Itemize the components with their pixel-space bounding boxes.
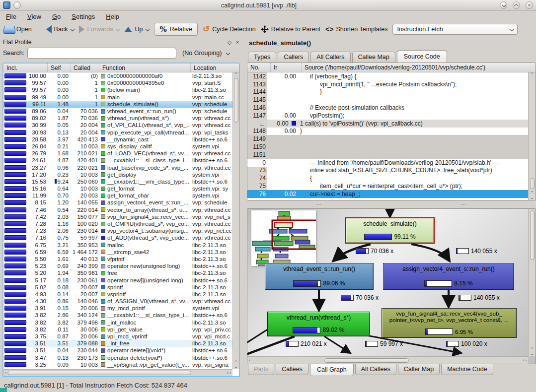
- grouping-combobox[interactable]: (No Grouping): [179, 49, 232, 58]
- scroll-left-icon[interactable]: ‹: [249, 358, 250, 363]
- graph-vscrollbar[interactable]: ⌃ ⌄: [528, 209, 536, 356]
- vscroll-thumb[interactable]: [234, 78, 238, 123]
- maximize-button[interactable]: [513, 1, 520, 9]
- table-row[interactable]: 3.470.13230 173operator delete(void*)lib…: [3, 354, 232, 361]
- tab-machine-code[interactable]: Machine Code: [441, 364, 493, 375]
- table-row[interactable]: 28.583.97420 413__dynamic_castlibstdc++.…: [3, 136, 232, 143]
- table-row[interactable]: 7.232.06230 014vvp_vector4_t::subarray(u…: [3, 227, 232, 234]
- forwards-button[interactable]: Forwards: [79, 25, 119, 33]
- flat-profile-hscrollbar[interactable]: ‹ ‹ ›: [3, 369, 232, 376]
- table-row[interactable]: 99.570.0010x00000000004395e0vvp: start.S: [3, 79, 232, 86]
- col-source[interactable]: Source ('/home/paulf/Downloads/verilog-2…: [301, 63, 536, 72]
- scroll-down-icon[interactable]: ⌄: [530, 196, 534, 200]
- table-row[interactable]: 5.230.69240 399operator new(unsigned lon…: [3, 262, 232, 269]
- table-row[interactable]: 4.930.1420 007vsprintflibc-2.11.3.so: [3, 291, 232, 298]
- dock-close-button[interactable]: ×: [233, 39, 241, 45]
- event-type-combobox[interactable]: Instruction Fetch: [392, 24, 518, 35]
- tab-callers[interactable]: Callers: [278, 52, 309, 63]
- forwards-dropdown-icon[interactable]: [116, 27, 120, 31]
- table-row[interactable]: 23.270.96220 021load_base(vvp_code_s*, v…: [3, 164, 232, 171]
- up-dropdown-icon[interactable]: [146, 27, 150, 31]
- source-line[interactable]: 760.02 cur->next = heap_;: [247, 190, 528, 198]
- close-button[interactable]: ×: [526, 1, 533, 9]
- table-row[interactable]: 24.614.87420 401__cxxabiv1::__si_class_t…: [3, 157, 232, 164]
- table-row[interactable]: 6.596.591 464 172__strcmp_sse42libc-2.11…: [3, 249, 232, 256]
- table-row[interactable]: 3.822.86340 124__cxxabiv1::__si_class_ty…: [3, 312, 232, 319]
- table-row[interactable]: 100.000.00(0)0x0000000000000af0ld-2.11.3…: [3, 72, 232, 79]
- tab-callees[interactable]: Callees: [276, 364, 308, 375]
- table-row[interactable]: 26.840.2110 003sys_display_calltfsystem.…: [3, 143, 232, 150]
- search-input[interactable]: [27, 48, 176, 59]
- graph-node-schedule-simulate[interactable]: schedule_simulate() 99.11 %: [345, 217, 435, 244]
- table-row[interactable]: 15.539.24250 060__cxxabiv1::__vmi_class_…: [3, 178, 232, 185]
- source-line[interactable]: 1145: [247, 96, 528, 104]
- source-scroll-thumb[interactable]: [530, 178, 535, 189]
- table-row[interactable]: 3.750.8720 006vpi_mcd_vprintfvvp: vpi_mc…: [3, 333, 232, 340]
- table-row[interactable]: 99.111.481schedule_simulate()vvp: schedu…: [3, 101, 232, 108]
- scroll-right-icon[interactable]: ›: [230, 371, 231, 375]
- col-incl[interactable]: Incl.: [3, 64, 47, 72]
- tab-types[interactable]: Types: [248, 52, 276, 63]
- table-row[interactable]: 3.910.1520 006my_mcd_printfsystem.vpi: [3, 305, 232, 312]
- table-row[interactable]: 17.200.2310 003get_displaysystem.vpi: [3, 171, 232, 178]
- col-function[interactable]: Function: [99, 64, 190, 72]
- detail-splitter[interactable]: ⋯ ⋯: [247, 200, 536, 208]
- scroll-left-icon[interactable]: ‹: [5, 371, 6, 375]
- table-row[interactable]: 7.460.54220 014vector_to_array(vthread_s…: [3, 206, 232, 213]
- tab-callee-map[interactable]: Callee Map: [352, 52, 395, 63]
- call-graph-canvas[interactable]: schedule_simulate() 99.11 % vthread_even…: [247, 209, 528, 356]
- table-row[interactable]: 6.753.21350 953malloclibc-2.11.3.so: [3, 242, 232, 249]
- table-row[interactable]: 5.020.0820 007sprintflibc-2.11.3.so: [3, 284, 232, 291]
- table-row[interactable]: 11.990.7020 003get_format_charsystem.vpi: [3, 192, 232, 199]
- source-line[interactable]: 74 {: [247, 174, 528, 182]
- source-line[interactable]: 11480.00}: [247, 128, 528, 135]
- table-row[interactable]: 99.570.001(below main)libc-2.11.3.so: [3, 86, 232, 93]
- tab-caller-map[interactable]: Caller Map: [398, 364, 440, 375]
- menu-go[interactable]: Go: [52, 13, 61, 20]
- source-vscrollbar[interactable]: ⌃ ⌃ ⌄: [528, 72, 536, 200]
- table-row[interactable]: 30.990.0520 004of_VPI_CALL(vthread_s*, v…: [3, 122, 232, 129]
- tab-all-callees[interactable]: All Callees: [355, 364, 396, 375]
- col-called[interactable]: Called: [70, 64, 99, 72]
- tab-source-code[interactable]: Source Code: [397, 51, 447, 63]
- source-line[interactable]: 1143 vpi_mcd_printf(1, " ...execute Post…: [247, 80, 528, 88]
- table-row[interactable]: 5.170.18230 061operator new[](unsigned l…: [3, 276, 232, 283]
- table-row[interactable]: 5.501.6140 013vfprintflibc-2.11.3.so: [3, 256, 232, 262]
- source-line[interactable]: 73 inline void slab_t<SLAB_SIZE,CHUNK_CO…: [247, 167, 528, 175]
- source-line[interactable]: 11470.00 vpiPostsim();: [247, 112, 528, 120]
- col-no[interactable]: No.: [247, 63, 270, 72]
- graph-node-vthread-event[interactable]: vthread_event_s::run_run() 89.06 %: [265, 263, 374, 290]
- source-line[interactable]: 75 item_cell_u*cur = reinterpret_cast<it…: [247, 182, 528, 190]
- relative-toggle-button[interactable]: % Relative: [154, 23, 197, 36]
- graph-hscrollbar[interactable]: ‹ ‹ ›: [247, 356, 528, 364]
- source-line[interactable]: 11420.00 if (verbose_flag) {: [247, 72, 528, 80]
- col-self[interactable]: Self: [47, 64, 70, 72]
- table-row[interactable]: 8.151.20140 055assign_vector4_event_s::r…: [3, 199, 232, 206]
- table-row[interactable]: 3.823.82379 498_int_malloclibc-2.11.3.so: [3, 319, 232, 326]
- table-row[interactable]: 3.513.51379 088_int_freelibc-2.11.3.so: [3, 340, 232, 347]
- table-row[interactable]: 5.201.94350 981freelibc-2.11.3.so: [3, 269, 232, 276]
- source-line[interactable]: 1150: [247, 143, 528, 151]
- back-button[interactable]: Back: [46, 25, 75, 33]
- graph-hscroll-thumb[interactable]: [324, 358, 409, 363]
- menu-settings[interactable]: Settings: [72, 13, 95, 20]
- tab-all-callers[interactable]: All Callers: [310, 52, 350, 63]
- source-line[interactable]: 0.00 1 call(s) to 'vpiPostsim()' (vvp: v…: [247, 120, 528, 128]
- table-row[interactable]: 3.820.1130 006vpi_get_valuevvp: vpi_priv…: [3, 326, 232, 333]
- table-row[interactable]: 99.490.001mainvvp: main.cc: [3, 94, 232, 101]
- titlebar-menu-button[interactable]: [13, 1, 21, 9]
- source-line[interactable]: 0 --- Inlined from '/home/paulf/Download…: [247, 159, 528, 167]
- scroll-left-icon[interactable]: ‹: [523, 358, 524, 363]
- scroll-left-icon[interactable]: ‹: [227, 371, 229, 375]
- table-row[interactable]: 3.510.04230 044operator delete[](void*)l…: [3, 347, 232, 354]
- menu-help[interactable]: Help: [106, 13, 119, 20]
- up-button[interactable]: Up: [124, 26, 149, 33]
- dock-float-button[interactable]: ◇: [226, 39, 233, 46]
- scroll-right-icon[interactable]: ›: [525, 358, 527, 363]
- graph-node-recv-vec4[interactable]: vvp_fun_signal4_sa::recv_vec4(vvp_sub_ p…: [382, 308, 517, 338]
- table-row[interactable]: 89.060.0470 036vthread_event_s::run_run(…: [3, 108, 232, 115]
- graph-vscroll-thumb[interactable]: [530, 210, 535, 260]
- table-row[interactable]: 7.422.03150 077vvp_fun_signal4_sa::recv_…: [3, 213, 232, 220]
- hscroll-thumb[interactable]: [7, 371, 191, 375]
- pane-splitter[interactable]: [243, 36, 247, 379]
